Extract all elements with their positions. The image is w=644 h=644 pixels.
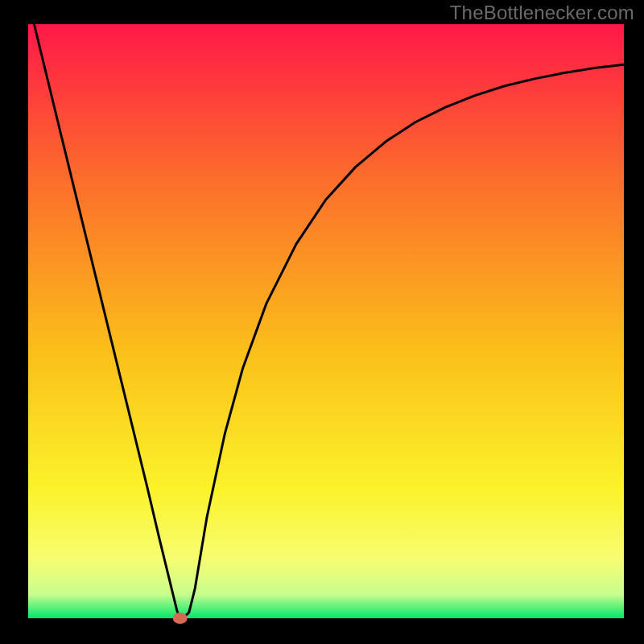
plot-background <box>28 24 624 618</box>
optimal-point-marker <box>173 613 188 624</box>
bottleneck-plot <box>0 0 644 644</box>
chart-frame: TheBottlenecker.com <box>0 0 644 644</box>
watermark-text: TheBottlenecker.com <box>450 2 634 24</box>
